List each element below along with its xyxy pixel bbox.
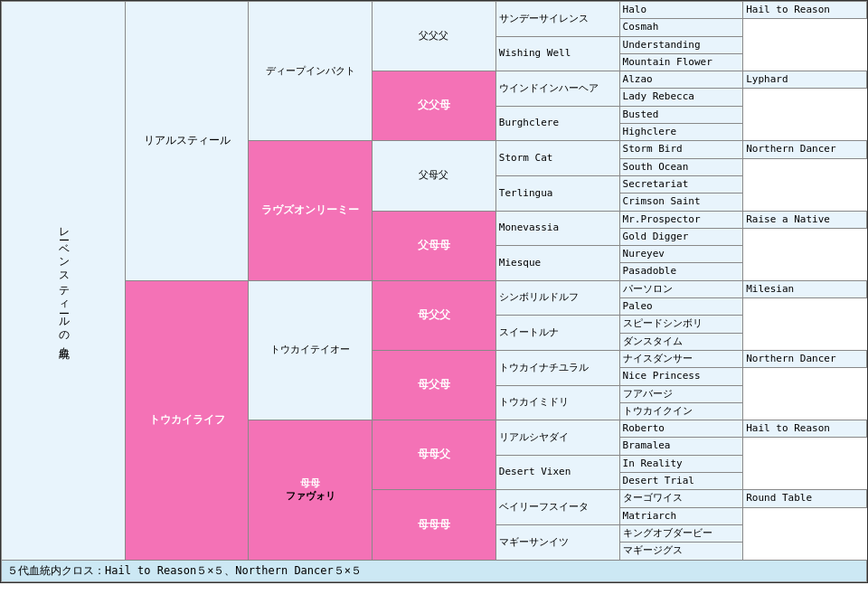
gen6-fmmfb: Gold Digger [619,228,743,245]
mmm-cell: ベイリーフスイータ [495,490,619,525]
gen6-mmfmb: Desert Trial [619,473,743,490]
gen6-ffmmb: Highclere [619,124,743,141]
fff-label-cell: 父父父 [373,2,496,71]
gen6-ffmfb: Lady Rebecca [619,89,743,106]
mm-cell: 母母ファヴォリ [249,420,373,560]
gen5-mfmf: ナイスダンサー [619,350,743,367]
gen5-ffff: Halo [619,2,743,19]
gen6-fmmfa: Raise a Native [743,211,867,228]
gen6-fmfmb: Crimson Saint [619,193,743,211]
ffmm-cell: Burghclere [495,106,619,141]
fmm-label-cell: 父母母 [373,211,496,280]
mffm-cell: スイートルナ [495,316,619,351]
mother-cell: トウカイライフ [125,280,249,560]
gen6-mffma: スピードシンボリ [619,316,743,333]
mff-label-cell: 母父父 [373,280,496,350]
gen6-mmffb: Bramalea [619,438,743,455]
gen5-mmmf: ターゴワイス [619,490,743,507]
fmfm-cell: Terlingua [495,175,619,211]
gen6-mmmfb: Matriarch [619,507,743,524]
mmf-label-cell: 母母父 [373,420,496,490]
mmm-label-cell: 母母母 [373,490,496,560]
gen5-fmmf: Mr.Prospector [619,211,743,228]
gen6-fffmb: Mountain Flower [619,53,743,71]
fmf-label-cell: 父母父 [373,141,496,211]
gen6-mmffa: Hail to Reason [743,420,867,438]
pedigree-chart: レーベンスティールの血統 リアルスティール ディープインパクト 父父父 サンデー… [0,0,868,583]
mfm-label-cell: 母父母 [373,350,496,420]
main-horse-label: レーベンスティールの血統 [2,2,126,561]
footer-text: ５代血統内クロス：Hail to Reason５×５、Northern Danc… [2,560,867,582]
fmmf-cell: Monevassia [495,211,619,246]
ffmf-cell: ウインドインハーヘア [495,71,619,107]
gen6-ffffb: Cosmah [619,19,743,36]
fmmm-cell: Miesque [495,246,619,281]
mfm-cell: トウカイナチユラル [495,350,619,385]
gen6-fmffa: Northern Dancer [743,141,867,158]
gen6-ffmfa: Lyphard [743,71,867,89]
gen6-mfmfa: Northern Dancer [743,350,867,367]
gen6-fmffb: South Ocean [619,158,743,175]
father-father-cell: ディープインパクト [249,2,373,141]
gen6-fffma: Understanding [619,36,743,53]
gen6-mmfma: In Reality [619,455,743,472]
gen6-fmmmb: Pasadoble [619,263,743,280]
mfmm-cell: トウカイミドリ [495,385,619,420]
mmfm-cell: Desert Vixen [495,455,619,490]
fmf-cell: Storm Cat [495,141,619,176]
gen6-ffmma: Busted [619,106,743,123]
gen6-ffffa: Hail to Reason [743,2,867,19]
gen6-mffmb: ダンスタイム [619,333,743,350]
gen6-mmmmb: マギージグス [619,543,743,560]
gen6-fmfma: Secretariat [619,175,743,193]
gen5-fmff: Storm Bird [619,141,743,158]
mmmm-cell: マギーサンイツ [495,524,619,560]
gen6-mfmfb: Nice Princess [619,368,743,385]
mmf-cell: リアルシヤダイ [495,420,619,456]
gen6-mfmma: フアバージ [619,385,743,402]
gen5-ffmf: Alzao [619,71,743,89]
fffm-cell: Wishing Well [495,36,619,71]
gen6-mfffb: Paleo [619,298,743,316]
gen6-mmmma: キングオブダービー [619,524,743,542]
mff-cell: シンボリルドルフ [495,280,619,316]
ffff-cell: サンデーサイレンス [495,2,619,37]
father-cell: リアルスティール [125,2,249,281]
gen5-mmff: Roberto [619,420,743,438]
gen6-mfffa: Milesian [743,280,867,297]
gen6-mfmmb: トウカイクイン [619,402,743,420]
gen6-mmmfa: Round Table [743,490,867,507]
mf-cell: トウカイテイオー [249,280,373,420]
fm-label-cell: ラヴズオンリーミー [249,141,373,280]
gen6-fmmma: Nureyev [619,246,743,263]
gen5-mfff: パーソロン [619,280,743,297]
ffm-label-cell: 父父母 [373,71,496,141]
